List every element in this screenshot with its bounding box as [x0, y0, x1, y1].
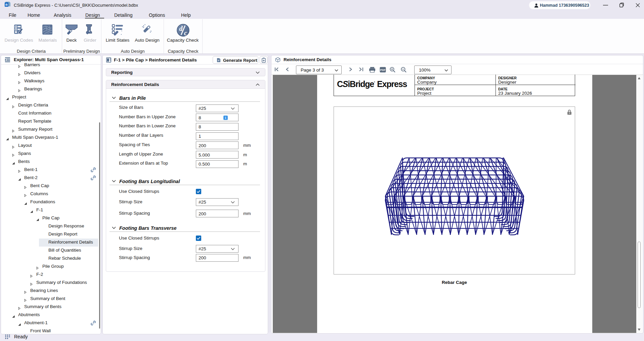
svg-text:B: B: [5, 3, 8, 6]
svg-text:PDF: PDF: [380, 69, 386, 72]
svg-text:c: c: [184, 29, 187, 37]
